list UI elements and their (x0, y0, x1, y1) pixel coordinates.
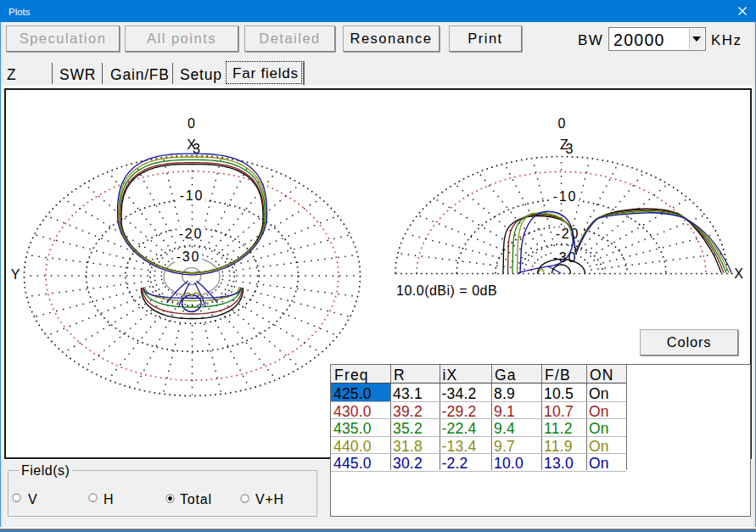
svg-text:-30: -30 (553, 250, 578, 265)
svg-text:X: X (734, 266, 743, 281)
svg-text:Y: Y (11, 267, 20, 282)
svg-text:3: 3 (566, 142, 574, 156)
svg-text:0: 0 (188, 116, 195, 131)
svg-text:0: 0 (558, 116, 566, 131)
svg-text:-10: -10 (553, 189, 578, 204)
svg-text:-20: -20 (179, 227, 204, 241)
svg-text:-10: -10 (180, 188, 204, 203)
svg-text:-30: -30 (176, 249, 201, 264)
svg-text:-20: -20 (556, 227, 580, 241)
